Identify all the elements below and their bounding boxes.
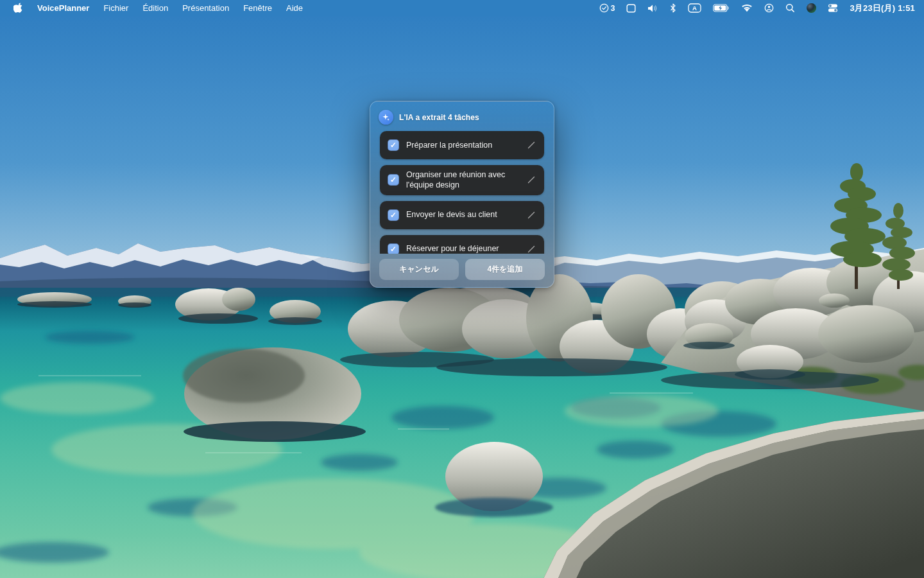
task-label: Envoyer le devis au client	[406, 209, 497, 220]
bluetooth-status-item[interactable]	[665, 0, 681, 16]
task-status-item[interactable]: 3	[595, 0, 620, 16]
svg-text:A: A	[692, 4, 697, 12]
edit-pencil-icon[interactable]	[526, 244, 536, 254]
edit-pencil-icon[interactable]	[526, 210, 536, 220]
ai-sparkle-icon	[379, 110, 393, 125]
menu-bar: VoicePlanner Fichier Édition Présentatio…	[0, 0, 924, 16]
edit-pencil-icon[interactable]	[526, 140, 536, 150]
dialog-title: L'IA a extrait 4 tâches	[399, 113, 479, 122]
app-sphere-item[interactable]	[802, 0, 821, 16]
battery-status-item[interactable]	[708, 0, 734, 16]
wifi-status-item[interactable]	[737, 0, 757, 16]
task-checkbox[interactable]: ✓	[388, 243, 399, 254]
menu-presentation[interactable]: Présentation	[175, 0, 236, 16]
apple-logo-icon	[13, 3, 23, 13]
battery-charging-icon	[713, 4, 730, 12]
task-row: ✓ Organiser une réunion avec l'équipe de…	[380, 165, 544, 195]
volume-icon	[647, 4, 658, 13]
menu-fenetre[interactable]: Fenêtre	[236, 0, 279, 16]
edit-pencil-icon[interactable]	[526, 175, 536, 185]
apple-menu[interactable]	[6, 0, 30, 16]
task-row: ✓ Préparer la présentation	[380, 131, 544, 159]
menu-app-name[interactable]: VoicePlanner	[30, 0, 96, 16]
cancel-button[interactable]: キャンセル	[379, 259, 459, 280]
control-center-icon	[828, 3, 838, 13]
task-label: Réserver pour le déjeuner	[406, 243, 499, 254]
bluetooth-icon	[670, 3, 676, 13]
volume-status-item[interactable]	[643, 0, 663, 16]
display-frame-icon	[626, 4, 636, 13]
input-source-a-icon: A	[688, 3, 701, 13]
menu-aide[interactable]: Aide	[279, 0, 310, 16]
app-sphere-icon	[807, 3, 816, 13]
user-status-item[interactable]	[760, 0, 778, 16]
task-count-badge: 3	[611, 4, 615, 13]
task-list: ✓ Préparer la présentation ✓ Organiser u…	[370, 131, 554, 254]
menu-bar-status: 3 A	[595, 0, 924, 16]
add-tasks-button[interactable]: 4件を追加	[465, 259, 545, 280]
task-label: Organiser une réunion avec l'équipe desi…	[406, 170, 517, 191]
task-row: ✓ Réserver pour le déjeuner	[380, 235, 544, 254]
menu-edition[interactable]: Édition	[135, 0, 175, 16]
dialog-header: L'IA a extrait 4 tâches	[370, 101, 554, 131]
check-circle-icon	[599, 3, 609, 13]
task-checkbox[interactable]: ✓	[388, 209, 399, 221]
desktop: VoicePlanner Fichier Édition Présentatio…	[0, 0, 924, 578]
task-checkbox[interactable]: ✓	[388, 174, 399, 186]
task-row: ✓ Envoyer le devis au client	[380, 201, 544, 229]
input-source-item[interactable]: A	[683, 0, 706, 16]
display-status-item[interactable]	[622, 0, 640, 16]
task-label: Préparer la présentation	[406, 140, 492, 150]
control-center-item[interactable]	[823, 0, 843, 16]
task-checkbox[interactable]: ✓	[388, 139, 399, 151]
search-icon	[785, 3, 795, 13]
wifi-icon	[741, 4, 753, 12]
desktop-wallpaper	[0, 0, 924, 578]
user-circle-icon	[764, 3, 774, 13]
menu-bar-left: VoicePlanner Fichier Édition Présentatio…	[0, 0, 310, 16]
spotlight-item[interactable]	[781, 0, 800, 16]
ai-task-dialog: L'IA a extrait 4 tâches ✓ Préparer la pr…	[370, 101, 554, 288]
dialog-footer: キャンセル 4件を追加	[370, 254, 554, 287]
menu-bar-clock[interactable]: 3月23日(月) 1:51	[845, 3, 918, 14]
menu-fichier[interactable]: Fichier	[96, 0, 135, 16]
